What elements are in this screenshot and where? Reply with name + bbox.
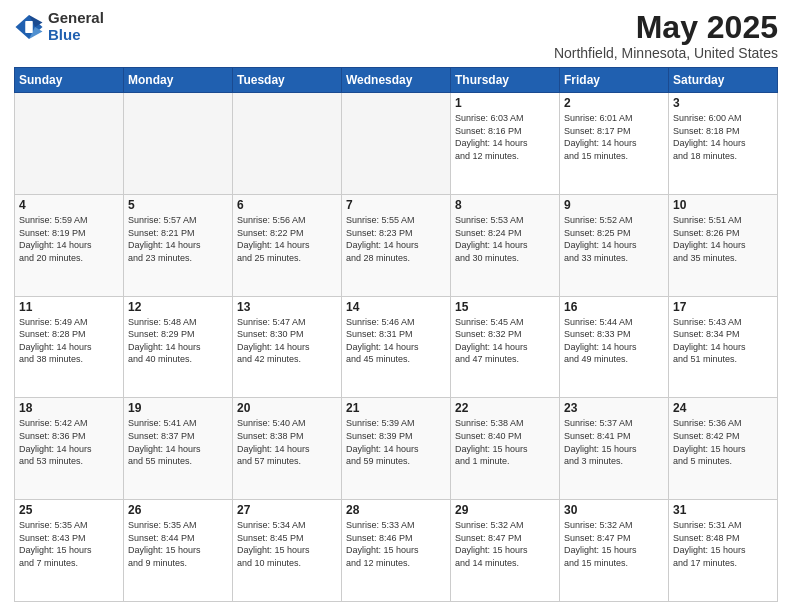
day-cell-1: 1Sunrise: 6:03 AMSunset: 8:16 PMDaylight… bbox=[451, 93, 560, 195]
day-info: Sunrise: 5:32 AMSunset: 8:47 PMDaylight:… bbox=[455, 519, 555, 569]
day-cell-12: 12Sunrise: 5:48 AMSunset: 8:29 PMDayligh… bbox=[124, 296, 233, 398]
day-cell-9: 9Sunrise: 5:52 AMSunset: 8:25 PMDaylight… bbox=[560, 194, 669, 296]
day-cell-6: 6Sunrise: 5:56 AMSunset: 8:22 PMDaylight… bbox=[233, 194, 342, 296]
day-cell-23: 23Sunrise: 5:37 AMSunset: 8:41 PMDayligh… bbox=[560, 398, 669, 500]
day-cell-27: 27Sunrise: 5:34 AMSunset: 8:45 PMDayligh… bbox=[233, 500, 342, 602]
day-cell-15: 15Sunrise: 5:45 AMSunset: 8:32 PMDayligh… bbox=[451, 296, 560, 398]
week-row-3: 11Sunrise: 5:49 AMSunset: 8:28 PMDayligh… bbox=[15, 296, 778, 398]
day-info: Sunrise: 5:47 AMSunset: 8:30 PMDaylight:… bbox=[237, 316, 337, 366]
svg-rect-3 bbox=[25, 21, 33, 33]
day-info: Sunrise: 6:00 AMSunset: 8:18 PMDaylight:… bbox=[673, 112, 773, 162]
day-info: Sunrise: 5:48 AMSunset: 8:29 PMDaylight:… bbox=[128, 316, 228, 366]
day-number: 1 bbox=[455, 96, 555, 110]
logo-icon bbox=[14, 12, 44, 42]
day-info: Sunrise: 5:44 AMSunset: 8:33 PMDaylight:… bbox=[564, 316, 664, 366]
day-info: Sunrise: 5:55 AMSunset: 8:23 PMDaylight:… bbox=[346, 214, 446, 264]
day-cell-22: 22Sunrise: 5:38 AMSunset: 8:40 PMDayligh… bbox=[451, 398, 560, 500]
day-info: Sunrise: 6:03 AMSunset: 8:16 PMDaylight:… bbox=[455, 112, 555, 162]
day-cell-16: 16Sunrise: 5:44 AMSunset: 8:33 PMDayligh… bbox=[560, 296, 669, 398]
day-number: 19 bbox=[128, 401, 228, 415]
empty-cell bbox=[233, 93, 342, 195]
day-number: 30 bbox=[564, 503, 664, 517]
day-info: Sunrise: 5:33 AMSunset: 8:46 PMDaylight:… bbox=[346, 519, 446, 569]
week-row-4: 18Sunrise: 5:42 AMSunset: 8:36 PMDayligh… bbox=[15, 398, 778, 500]
day-info: Sunrise: 5:46 AMSunset: 8:31 PMDaylight:… bbox=[346, 316, 446, 366]
day-number: 26 bbox=[128, 503, 228, 517]
day-cell-18: 18Sunrise: 5:42 AMSunset: 8:36 PMDayligh… bbox=[15, 398, 124, 500]
empty-cell bbox=[124, 93, 233, 195]
day-cell-4: 4Sunrise: 5:59 AMSunset: 8:19 PMDaylight… bbox=[15, 194, 124, 296]
day-number: 21 bbox=[346, 401, 446, 415]
header: General Blue May 2025 Northfield, Minnes… bbox=[14, 10, 778, 61]
day-info: Sunrise: 5:53 AMSunset: 8:24 PMDaylight:… bbox=[455, 214, 555, 264]
day-cell-28: 28Sunrise: 5:33 AMSunset: 8:46 PMDayligh… bbox=[342, 500, 451, 602]
day-number: 13 bbox=[237, 300, 337, 314]
page: General Blue May 2025 Northfield, Minnes… bbox=[0, 0, 792, 612]
day-number: 25 bbox=[19, 503, 119, 517]
day-number: 12 bbox=[128, 300, 228, 314]
day-number: 3 bbox=[673, 96, 773, 110]
logo-general: General bbox=[48, 10, 104, 27]
day-cell-5: 5Sunrise: 5:57 AMSunset: 8:21 PMDaylight… bbox=[124, 194, 233, 296]
day-cell-20: 20Sunrise: 5:40 AMSunset: 8:38 PMDayligh… bbox=[233, 398, 342, 500]
day-info: Sunrise: 5:45 AMSunset: 8:32 PMDaylight:… bbox=[455, 316, 555, 366]
day-number: 15 bbox=[455, 300, 555, 314]
day-number: 18 bbox=[19, 401, 119, 415]
day-number: 11 bbox=[19, 300, 119, 314]
logo: General Blue bbox=[14, 10, 104, 43]
day-info: Sunrise: 5:40 AMSunset: 8:38 PMDaylight:… bbox=[237, 417, 337, 467]
day-number: 31 bbox=[673, 503, 773, 517]
day-number: 2 bbox=[564, 96, 664, 110]
day-cell-31: 31Sunrise: 5:31 AMSunset: 8:48 PMDayligh… bbox=[669, 500, 778, 602]
day-number: 5 bbox=[128, 198, 228, 212]
week-row-1: 1Sunrise: 6:03 AMSunset: 8:16 PMDaylight… bbox=[15, 93, 778, 195]
day-info: Sunrise: 5:39 AMSunset: 8:39 PMDaylight:… bbox=[346, 417, 446, 467]
day-info: Sunrise: 5:34 AMSunset: 8:45 PMDaylight:… bbox=[237, 519, 337, 569]
day-info: Sunrise: 6:01 AMSunset: 8:17 PMDaylight:… bbox=[564, 112, 664, 162]
day-info: Sunrise: 5:32 AMSunset: 8:47 PMDaylight:… bbox=[564, 519, 664, 569]
day-cell-10: 10Sunrise: 5:51 AMSunset: 8:26 PMDayligh… bbox=[669, 194, 778, 296]
day-number: 28 bbox=[346, 503, 446, 517]
day-info: Sunrise: 5:51 AMSunset: 8:26 PMDaylight:… bbox=[673, 214, 773, 264]
week-row-5: 25Sunrise: 5:35 AMSunset: 8:43 PMDayligh… bbox=[15, 500, 778, 602]
day-number: 22 bbox=[455, 401, 555, 415]
day-cell-11: 11Sunrise: 5:49 AMSunset: 8:28 PMDayligh… bbox=[15, 296, 124, 398]
calendar-header-wednesday: Wednesday bbox=[342, 68, 451, 93]
day-info: Sunrise: 5:49 AMSunset: 8:28 PMDaylight:… bbox=[19, 316, 119, 366]
day-info: Sunrise: 5:38 AMSunset: 8:40 PMDaylight:… bbox=[455, 417, 555, 467]
day-info: Sunrise: 5:35 AMSunset: 8:43 PMDaylight:… bbox=[19, 519, 119, 569]
calendar-header-monday: Monday bbox=[124, 68, 233, 93]
day-info: Sunrise: 5:35 AMSunset: 8:44 PMDaylight:… bbox=[128, 519, 228, 569]
day-number: 20 bbox=[237, 401, 337, 415]
day-number: 7 bbox=[346, 198, 446, 212]
day-info: Sunrise: 5:41 AMSunset: 8:37 PMDaylight:… bbox=[128, 417, 228, 467]
calendar-header-thursday: Thursday bbox=[451, 68, 560, 93]
calendar-header-sunday: Sunday bbox=[15, 68, 124, 93]
day-number: 23 bbox=[564, 401, 664, 415]
day-number: 9 bbox=[564, 198, 664, 212]
day-info: Sunrise: 5:52 AMSunset: 8:25 PMDaylight:… bbox=[564, 214, 664, 264]
day-cell-17: 17Sunrise: 5:43 AMSunset: 8:34 PMDayligh… bbox=[669, 296, 778, 398]
day-cell-19: 19Sunrise: 5:41 AMSunset: 8:37 PMDayligh… bbox=[124, 398, 233, 500]
day-info: Sunrise: 5:36 AMSunset: 8:42 PMDaylight:… bbox=[673, 417, 773, 467]
week-row-2: 4Sunrise: 5:59 AMSunset: 8:19 PMDaylight… bbox=[15, 194, 778, 296]
calendar-header-friday: Friday bbox=[560, 68, 669, 93]
day-number: 29 bbox=[455, 503, 555, 517]
day-cell-7: 7Sunrise: 5:55 AMSunset: 8:23 PMDaylight… bbox=[342, 194, 451, 296]
day-cell-8: 8Sunrise: 5:53 AMSunset: 8:24 PMDaylight… bbox=[451, 194, 560, 296]
calendar-header-tuesday: Tuesday bbox=[233, 68, 342, 93]
day-cell-29: 29Sunrise: 5:32 AMSunset: 8:47 PMDayligh… bbox=[451, 500, 560, 602]
day-cell-13: 13Sunrise: 5:47 AMSunset: 8:30 PMDayligh… bbox=[233, 296, 342, 398]
title-block: May 2025 Northfield, Minnesota, United S… bbox=[554, 10, 778, 61]
calendar: SundayMondayTuesdayWednesdayThursdayFrid… bbox=[14, 67, 778, 602]
day-cell-14: 14Sunrise: 5:46 AMSunset: 8:31 PMDayligh… bbox=[342, 296, 451, 398]
day-number: 10 bbox=[673, 198, 773, 212]
day-info: Sunrise: 5:42 AMSunset: 8:36 PMDaylight:… bbox=[19, 417, 119, 467]
day-number: 24 bbox=[673, 401, 773, 415]
day-cell-2: 2Sunrise: 6:01 AMSunset: 8:17 PMDaylight… bbox=[560, 93, 669, 195]
day-cell-26: 26Sunrise: 5:35 AMSunset: 8:44 PMDayligh… bbox=[124, 500, 233, 602]
empty-cell bbox=[342, 93, 451, 195]
day-info: Sunrise: 5:37 AMSunset: 8:41 PMDaylight:… bbox=[564, 417, 664, 467]
day-cell-24: 24Sunrise: 5:36 AMSunset: 8:42 PMDayligh… bbox=[669, 398, 778, 500]
day-number: 6 bbox=[237, 198, 337, 212]
